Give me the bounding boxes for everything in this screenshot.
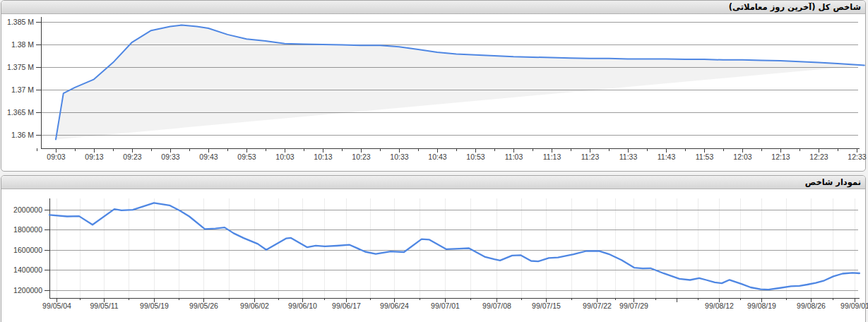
tick-label: 11:23: [581, 153, 600, 161]
area-wedge-fill: [56, 25, 864, 140]
tick-label: 99/06/02: [240, 302, 269, 310]
tick-label: 11:53: [696, 153, 714, 161]
tick-label: 99/07/29: [619, 302, 648, 310]
tick-label: 99/06/24: [380, 302, 409, 310]
tick-label: 1400000: [13, 266, 42, 274]
tick-label: 1.36 M: [11, 131, 34, 139]
tick-label: 99/08/26: [797, 302, 826, 310]
tick-label: 1800000: [13, 225, 42, 234]
axis-labels: 2000000180000016000001400000120000099/05…: [13, 205, 868, 310]
tick-label: 10:03: [275, 153, 294, 161]
tick-label: 1.38 M: [11, 40, 34, 49]
index-charts-page: { "panels": { "intraday": { "title": "شا…: [0, 0, 868, 322]
tick-label: 99/07/01: [431, 302, 460, 310]
tick-label: 11:33: [619, 153, 638, 161]
tick-label: 10:33: [390, 153, 408, 161]
tick-label: 12:13: [771, 153, 790, 161]
tick-label: 1200000: [13, 286, 42, 294]
tick-label: 09:53: [237, 153, 256, 161]
tick-label: 99/05/19: [140, 302, 169, 310]
tick-label: 99/05/26: [189, 302, 218, 310]
tick-label: 99/06/17: [332, 302, 361, 310]
tick-label: 99/08/12: [705, 302, 734, 310]
tick-label: 1.37 M: [11, 85, 34, 94]
tick-label: 09:33: [161, 153, 179, 161]
tick-label: 09:43: [199, 153, 218, 161]
tick-label: 10:23: [352, 153, 370, 161]
history-panel-title: نمودار شاخص: [1, 176, 865, 189]
tick-label: 1600000: [13, 246, 42, 254]
tick-label: 12:03: [733, 153, 751, 161]
tick-label: 99/09/01: [840, 302, 868, 310]
tick-label: 11:43: [658, 153, 676, 161]
tick-label: 09:23: [123, 153, 141, 161]
tick-label: 10:43: [428, 153, 446, 161]
tick-label: 12:23: [809, 153, 828, 161]
tick-label: 10:13: [314, 153, 332, 161]
tick-label: 10:53: [466, 153, 484, 161]
history-chart[interactable]: 2000000180000016000001400000120000099/05…: [0, 189, 868, 322]
tick-label: 99/05/04: [42, 302, 71, 310]
history-index-line: [49, 203, 860, 290]
tick-label: 11:03: [505, 153, 523, 161]
tick-label: 99/07/22: [583, 302, 612, 310]
tick-label: 1.375 M: [7, 63, 34, 71]
tick-label: 99/07/08: [482, 302, 511, 310]
tick-label: 12:33: [848, 153, 866, 161]
intraday-panel-title: شاخص کل (آخرین روز معاملاتی): [1, 1, 865, 14]
tick-label: 99/08/19: [747, 302, 776, 310]
tick-label: 1.365 M: [7, 108, 34, 117]
tick-label: 09:13: [85, 153, 103, 161]
tick-label: 1.385 M: [7, 18, 34, 26]
intraday-chart[interactable]: 1.385 M1.38 M1.375 M1.37 M1.365 M1.36 M0…: [0, 14, 868, 167]
tick-label: 99/05/11: [90, 302, 118, 310]
tick-label: 09:03: [47, 153, 65, 161]
tick-label: 2000000: [13, 205, 42, 214]
tick-label: 99/07/15: [532, 302, 561, 310]
tick-label: 99/06/10: [288, 302, 317, 310]
y-gridlines: [49, 210, 858, 291]
tick-label: 11:13: [543, 153, 561, 161]
